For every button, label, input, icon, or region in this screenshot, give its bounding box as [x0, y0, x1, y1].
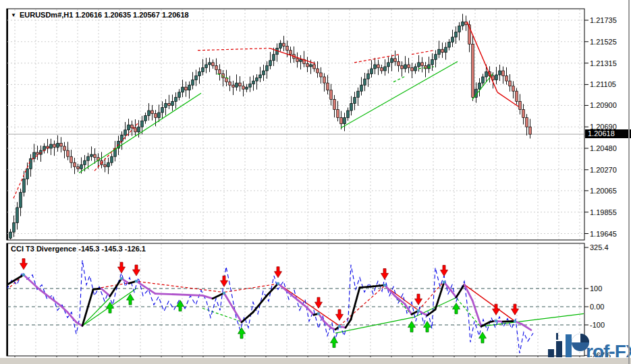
price-axis-label: 1.20480	[590, 144, 617, 152]
price-axis-label: 1.21525	[590, 38, 617, 46]
price-axis-label: 1.20900	[590, 101, 617, 109]
indicator-axis-label: 100	[590, 284, 602, 293]
price-axis-label: 1.21315	[590, 59, 617, 67]
indicator-axis-label: 325.4	[590, 243, 609, 251]
window-right-frame	[628, 0, 630, 364]
mt4-chart-window: ▼EURUSDm#,H1 1.20616 1.20635 1.20567 1.2…	[0, 0, 631, 364]
current-price-badge: 1.20618	[585, 129, 631, 138]
chart-canvas[interactable]	[0, 0, 631, 364]
indicator-title: CCI T3 Divergence -145.3 -145.3 -126.1	[11, 245, 146, 253]
price-axis-label: 1.19645	[590, 230, 617, 238]
price-axis-label: 1.21105	[590, 80, 616, 88]
price-axis-label: 1.20065	[590, 187, 617, 195]
chart-title-bar: ▼EURUSDm#,H1 1.20616 1.20635 1.20567 1.2…	[11, 11, 189, 19]
indicator-axis-label: -100	[590, 321, 605, 329]
chart-dropdown-arrow[interactable]: ▼	[11, 12, 16, 18]
chart-title: EURUSDm#,H1 1.20616 1.20635 1.20567 1.20…	[20, 11, 189, 19]
indicator-axis-label: 0.00	[590, 303, 604, 311]
price-axis-label: 1.20270	[590, 166, 617, 174]
price-axis-label: 1.19855	[590, 208, 617, 216]
window-bottom-frame	[0, 357, 631, 364]
logo-bars-icon	[548, 333, 562, 358]
price-axis-label: 1.21735	[590, 16, 617, 24]
